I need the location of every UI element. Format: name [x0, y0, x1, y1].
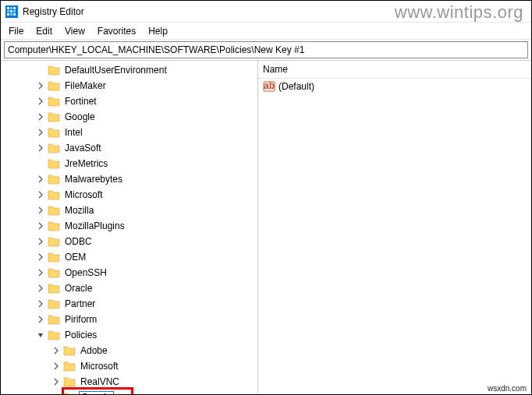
- column-header-name[interactable]: Name: [263, 64, 419, 75]
- chevron-right-icon[interactable]: [35, 298, 46, 309]
- expander-spacer: [35, 158, 46, 169]
- svg-rect-7: [7, 13, 9, 16]
- svg-rect-4: [7, 10, 9, 12]
- value-name: (Default): [278, 81, 314, 92]
- tree-item[interactable]: Policies: [1, 327, 257, 343]
- expander-spacer: [51, 392, 62, 394]
- values-pane[interactable]: Name ab (Default): [258, 61, 531, 394]
- tree-item[interactable]: Mozilla: [1, 203, 257, 218]
- tree-item-label: Adobe: [79, 344, 109, 357]
- tree-item-label: Oracle: [63, 282, 94, 294]
- chevron-right-icon[interactable]: [35, 267, 46, 278]
- tree-item-label: DefaultUserEnvironment: [63, 64, 168, 76]
- menubar: File Edit View Favorites Help: [1, 23, 531, 40]
- tree-item-label: OEM: [63, 251, 87, 263]
- tree-item[interactable]: Partner: [1, 296, 257, 312]
- tree-item[interactable]: Intel: [1, 125, 257, 140]
- chevron-right-icon[interactable]: [35, 174, 46, 185]
- registry-editor-window: Registry Editor File Edit View Favorites…: [0, 0, 532, 395]
- folder-icon: [48, 204, 60, 217]
- folder-icon: [48, 95, 60, 108]
- folder-icon: [63, 360, 76, 372]
- menu-help[interactable]: Help: [142, 24, 174, 38]
- tree-item[interactable]: DefaultUserEnvironment: [1, 62, 257, 78]
- svg-rect-2: [10, 7, 12, 9]
- tree-item[interactable]: OpenSSH: [1, 265, 257, 280]
- chevron-right-icon[interactable]: [35, 96, 46, 107]
- menu-edit[interactable]: Edit: [30, 24, 59, 38]
- tree-item-label[interactable]: Google: [79, 391, 114, 394]
- chevron-right-icon[interactable]: [35, 80, 46, 91]
- tree-item[interactable]: Malwarebytes: [1, 171, 257, 187]
- chevron-right-icon[interactable]: [35, 143, 46, 153]
- chevron-right-icon[interactable]: [35, 236, 46, 247]
- menu-favorites[interactable]: Favorites: [91, 24, 142, 38]
- svg-rect-6: [13, 10, 16, 12]
- menu-file[interactable]: File: [2, 24, 30, 38]
- tree-item[interactable]: ODBC: [1, 234, 257, 249]
- chevron-right-icon[interactable]: [51, 345, 62, 356]
- folder-icon: [63, 391, 76, 394]
- folder-icon: [48, 235, 60, 248]
- folder-icon: [48, 126, 60, 139]
- chevron-right-icon[interactable]: [35, 127, 46, 138]
- window-title: Registry Editor: [23, 6, 84, 17]
- folder-icon: [48, 64, 60, 76]
- value-row-default[interactable]: ab (Default): [258, 79, 531, 94]
- tree-item-label: JreMetrics: [63, 157, 109, 170]
- expander-spacer: [35, 65, 46, 76]
- chevron-right-icon[interactable]: [35, 314, 46, 325]
- address-text: Computer\HKEY_LOCAL_MACHINE\SOFTWARE\Pol…: [8, 44, 304, 55]
- folder-icon: [48, 329, 60, 341]
- tree-item[interactable]: Adobe: [1, 343, 257, 358]
- chevron-right-icon[interactable]: [35, 252, 46, 263]
- tree-item[interactable]: RealVNC: [1, 374, 257, 390]
- app-icon: [5, 5, 18, 18]
- tree-item-label: Mozilla: [63, 204, 95, 217]
- tree-item[interactable]: Fortinet: [1, 93, 257, 109]
- folder-icon: [48, 79, 60, 92]
- tree-item[interactable]: FileMaker: [1, 78, 257, 93]
- tree-item[interactable]: Microsoft: [1, 187, 257, 203]
- folder-icon: [48, 313, 60, 326]
- folder-icon: [48, 266, 60, 279]
- tree-item-label: ODBC: [63, 235, 94, 248]
- folder-icon: [48, 189, 60, 201]
- chevron-right-icon[interactable]: [35, 189, 46, 200]
- tree-item[interactable]: Google: [1, 109, 257, 125]
- chevron-right-icon[interactable]: [35, 220, 46, 231]
- tree-item[interactable]: OEM: [1, 249, 257, 265]
- menu-view[interactable]: View: [59, 24, 91, 38]
- tree-pane[interactable]: DefaultUserEnvironmentFileMakerFortinetG…: [1, 61, 258, 394]
- source-tag: wsxdn.com: [488, 384, 527, 393]
- tree-item-label: Piriform: [63, 313, 98, 326]
- tree-item[interactable]: Piriform: [1, 312, 257, 327]
- tree-item[interactable]: JreMetrics: [1, 156, 257, 171]
- folder-icon: [48, 173, 60, 185]
- folder-icon: [48, 282, 60, 294]
- tree-item[interactable]: Oracle: [1, 280, 257, 296]
- address-bar[interactable]: Computer\HKEY_LOCAL_MACHINE\SOFTWARE\Pol…: [4, 41, 528, 58]
- chevron-right-icon[interactable]: [51, 376, 62, 387]
- svg-rect-9: [13, 13, 16, 16]
- chevron-right-icon[interactable]: [35, 205, 46, 216]
- tree-item[interactable]: JavaSoft: [1, 140, 257, 156]
- chevron-down-icon[interactable]: [35, 330, 46, 340]
- svg-rect-1: [7, 7, 9, 9]
- chevron-right-icon[interactable]: [35, 283, 46, 294]
- tree-item[interactable]: Google: [1, 390, 257, 394]
- folder-icon: [48, 142, 60, 154]
- tree-item[interactable]: Microsoft: [1, 358, 257, 374]
- tree-item-label: Fortinet: [63, 95, 98, 108]
- folder-icon: [48, 157, 60, 170]
- tree-item-label: Policies: [63, 329, 98, 341]
- chevron-right-icon[interactable]: [51, 361, 62, 372]
- tree-item-label: Partner: [63, 298, 97, 310]
- titlebar: Registry Editor: [1, 1, 531, 23]
- folder-icon: [63, 344, 76, 357]
- chevron-right-icon[interactable]: [35, 111, 46, 122]
- tree-item[interactable]: MozillaPlugins: [1, 218, 257, 234]
- svg-rect-3: [13, 7, 16, 9]
- tree-item-label: OpenSSH: [63, 266, 108, 279]
- tree-item-label: RealVNC: [79, 376, 121, 388]
